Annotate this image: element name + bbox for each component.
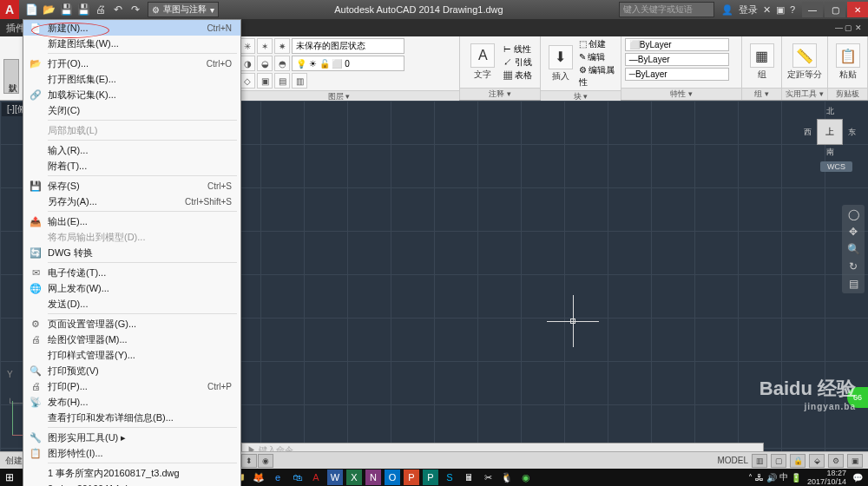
- layer-btn[interactable]: ◓: [274, 56, 290, 71]
- nav-zoom-icon[interactable]: 🔍: [847, 243, 860, 255]
- file-menu-item[interactable]: 1 事务所室内20160817_t3.dwg: [23, 465, 240, 481]
- vc-south[interactable]: 南: [826, 147, 834, 158]
- vc-west[interactable]: 西: [804, 127, 812, 138]
- nav-wheel-icon[interactable]: ◯: [848, 208, 859, 220]
- workspace-selector[interactable]: ⚙ 草图与注释 ▾: [148, 2, 219, 17]
- maximize-button[interactable]: ▢: [825, 2, 845, 17]
- minimize-button[interactable]: —: [802, 2, 823, 17]
- layer-btn[interactable]: ✷: [274, 38, 290, 54]
- vc-top[interactable]: 上: [817, 119, 843, 145]
- sb-layout[interactable]: ▥: [752, 454, 767, 468]
- sb-clean[interactable]: ▣: [847, 454, 863, 468]
- file-menu-item[interactable]: 📂 打开(O)... Ctrl+O: [23, 56, 240, 71]
- wcs-label[interactable]: WCS: [820, 161, 852, 172]
- file-menu-item[interactable]: 🖨 打印(P)... Ctrl+P: [23, 378, 240, 394]
- left-panel-tab[interactable]: 默认: [3, 59, 19, 94]
- vc-north[interactable]: 北: [826, 106, 834, 117]
- help-icon[interactable]: ?: [790, 4, 795, 15]
- file-menu-item[interactable]: ✉ 电子传递(T)...: [23, 265, 240, 280]
- nav-pan-icon[interactable]: ✥: [849, 226, 858, 238]
- tray-clock[interactable]: 18:272017/10/14: [804, 469, 850, 486]
- tray-up-icon[interactable]: ˄: [748, 473, 753, 483]
- sb-am[interactable]: ◉: [258, 454, 273, 468]
- app-excel[interactable]: X: [346, 470, 362, 485]
- app-calc[interactable]: 🖩: [461, 470, 477, 485]
- dim-linear[interactable]: ⊢ 线性: [503, 43, 532, 56]
- file-menu-item[interactable]: 🔄 DWG 转换: [23, 245, 240, 260]
- app-edge[interactable]: e: [270, 470, 286, 485]
- file-menu-item[interactable]: 打印样式管理器(Y)...: [23, 347, 240, 363]
- file-menu-item[interactable]: 📤 输出(E)...: [23, 213, 240, 229]
- group-title-grp[interactable]: 组 ▾: [742, 88, 781, 100]
- file-menu-item[interactable]: 💾 保存(S) Ctrl+S: [23, 178, 240, 194]
- qat-redo-icon[interactable]: ↷: [128, 3, 142, 16]
- file-menu-item[interactable]: 🔍 打印预览(V): [23, 363, 240, 378]
- layer-btn[interactable]: ✳: [240, 38, 255, 54]
- file-menu-item[interactable]: 新建图纸集(W)...: [23, 36, 240, 51]
- block-attr[interactable]: ⚙ 编辑属性: [579, 64, 617, 89]
- insert-button[interactable]: ⬇插入: [544, 45, 577, 82]
- app-word[interactable]: W: [327, 470, 343, 485]
- file-menu-item[interactable]: 2 plan-20160414.dwg: [23, 481, 240, 486]
- layer-btn[interactable]: ✶: [257, 38, 273, 54]
- tray-ime-icon[interactable]: 中: [779, 471, 788, 483]
- measure-button[interactable]: 📏定距等分: [786, 43, 824, 81]
- help-search-input[interactable]: 键入关键字或短语: [619, 2, 714, 17]
- app-outlook[interactable]: O: [385, 470, 400, 485]
- stayconnected-icon[interactable]: ▣: [776, 4, 785, 16]
- file-menu-item[interactable]: 查看打印和发布详细信息(B)...: [23, 410, 240, 425]
- signin-label[interactable]: 登录: [739, 3, 758, 16]
- app-ppt[interactable]: P: [404, 470, 419, 485]
- sb-max[interactable]: ▢: [771, 454, 786, 468]
- file-menu-item[interactable]: 🔧 图形实用工具(U) ▸: [23, 430, 240, 445]
- tray-notif-icon[interactable]: 💬: [852, 473, 863, 483]
- app-firefox[interactable]: 🦊: [251, 470, 266, 485]
- current-layer-combo[interactable]: 💡 ☀ 🔓 ⬜ 0: [292, 56, 404, 71]
- block-create[interactable]: ⬚ 创建: [579, 38, 617, 50]
- app-skype[interactable]: S: [442, 470, 457, 485]
- paste-button[interactable]: 📋粘贴: [832, 43, 864, 81]
- app-logo[interactable]: A: [0, 0, 19, 19]
- block-edit[interactable]: ✎ 编辑: [579, 51, 617, 63]
- nav-show-icon[interactable]: ▤: [849, 278, 858, 290]
- color-combo[interactable]: ⬜ ByLayer: [625, 38, 729, 51]
- file-menu-item[interactable]: 🖨 绘图仪管理器(M)...: [23, 332, 240, 347]
- layer-btn[interactable]: ◑: [240, 56, 255, 71]
- layer-btn[interactable]: ◒: [257, 56, 273, 71]
- app-store[interactable]: 🛍: [289, 470, 305, 485]
- viewcube[interactable]: 北 南 西 东 上: [804, 106, 856, 158]
- layer-btn[interactable]: ◇: [240, 73, 255, 89]
- file-menu-item[interactable]: 输入(R)...: [23, 142, 240, 158]
- file-menu-item[interactable]: 打开图纸集(E)...: [23, 71, 240, 87]
- file-menu-item[interactable]: 发送(D)...: [23, 296, 240, 312]
- lineweight-combo[interactable]: — ByLayer: [625, 53, 729, 66]
- dim-leader[interactable]: ↙ 引线: [503, 56, 532, 69]
- layer-btn[interactable]: ▥: [292, 73, 307, 89]
- group-title-props[interactable]: 特性 ▾: [621, 88, 741, 100]
- close-button[interactable]: ✕: [847, 2, 868, 17]
- sb-model[interactable]: MODEL: [717, 456, 748, 465]
- app-browser[interactable]: ◉: [518, 470, 534, 485]
- tray-net-icon[interactable]: 🖧: [755, 473, 764, 483]
- doc-window-controls[interactable]: — ▢ ✕: [829, 23, 868, 32]
- start-button[interactable]: ⊞: [0, 469, 19, 486]
- file-menu-item[interactable]: ⚙ 页面设置管理器(G)...: [23, 316, 240, 332]
- qat-undo-icon[interactable]: ↶: [111, 3, 125, 16]
- linetype-combo[interactable]: ─ ByLayer: [625, 68, 729, 81]
- tray-bat-icon[interactable]: 🔋: [791, 473, 801, 483]
- app-onenote[interactable]: N: [365, 470, 381, 485]
- layer-btn[interactable]: ▤: [274, 73, 290, 89]
- file-menu-item[interactable]: 🌐 网上发布(W)...: [23, 280, 240, 296]
- sb-ws[interactable]: ⚙: [828, 454, 844, 468]
- app-snip[interactable]: ✂: [480, 470, 496, 485]
- app-pub[interactable]: P: [423, 470, 438, 485]
- vc-east[interactable]: 东: [848, 127, 856, 138]
- sb-scale[interactable]: 🔒: [790, 454, 806, 468]
- file-menu-item[interactable]: 关闭(C): [23, 102, 240, 118]
- sb-sc[interactable]: ⬍: [241, 454, 257, 468]
- nav-orbit-icon[interactable]: ↻: [849, 260, 858, 273]
- group-button[interactable]: ▦组: [746, 43, 778, 81]
- file-menu-item[interactable]: 📋 图形特性(I)...: [23, 445, 240, 461]
- file-menu-item[interactable]: 附着(T)...: [23, 158, 240, 174]
- app-acad[interactable]: A: [308, 470, 324, 485]
